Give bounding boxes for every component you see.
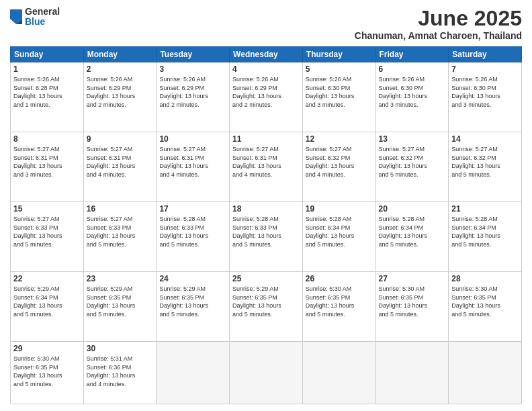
day-number: 8 (13, 134, 81, 144)
calendar-cell: 19Sunrise: 5:28 AMSunset: 6:34 PMDayligh… (302, 202, 375, 272)
calendar-header-friday: Friday (375, 47, 449, 62)
calendar-cell: 29Sunrise: 5:30 AMSunset: 6:35 PMDayligh… (11, 341, 84, 404)
calendar-cell: 23Sunrise: 5:29 AMSunset: 6:35 PMDayligh… (83, 272, 157, 342)
day-number: 28 (451, 274, 519, 283)
day-number: 14 (451, 134, 519, 144)
day-info: Sunrise: 5:26 AMSunset: 6:30 PMDaylight:… (451, 75, 519, 109)
day-info: Sunrise: 5:29 AMSunset: 6:34 PMDaylight:… (13, 285, 81, 318)
day-info: Sunrise: 5:29 AMSunset: 6:35 PMDaylight:… (232, 285, 300, 318)
day-info: Sunrise: 5:26 AMSunset: 6:30 PMDaylight:… (379, 75, 446, 109)
calendar-cell: 6Sunrise: 5:26 AMSunset: 6:30 PMDaylight… (375, 62, 449, 132)
day-number: 7 (451, 64, 519, 74)
calendar-cell: 27Sunrise: 5:30 AMSunset: 6:35 PMDayligh… (375, 272, 449, 342)
page: General Blue June 2025 Chanuman, Amnat C… (0, 0, 532, 411)
day-info: Sunrise: 5:28 AMSunset: 6:34 PMDaylight:… (306, 215, 373, 248)
day-info: Sunrise: 5:29 AMSunset: 6:35 PMDaylight:… (159, 285, 226, 318)
calendar-header-saturday: Saturday (449, 47, 522, 62)
calendar-cell: 22Sunrise: 5:29 AMSunset: 6:34 PMDayligh… (11, 272, 84, 342)
logo-blue: Blue (25, 17, 60, 27)
calendar-cell: 4Sunrise: 5:26 AMSunset: 6:29 PMDaylight… (230, 62, 303, 132)
day-number: 9 (87, 134, 154, 144)
calendar-week-1: 1Sunrise: 5:26 AMSunset: 6:28 PMDaylight… (11, 62, 522, 132)
calendar-cell: 3Sunrise: 5:26 AMSunset: 6:29 PMDaylight… (157, 62, 230, 132)
calendar-header-row: SundayMondayTuesdayWednesdayThursdayFrid… (11, 47, 522, 62)
logo-text: General Blue (25, 7, 60, 28)
title-block: June 2025 Chanuman, Amnat Charoen, Thail… (355, 7, 522, 41)
day-info: Sunrise: 5:27 AMSunset: 6:31 PMDaylight:… (13, 145, 81, 179)
location: Chanuman, Amnat Charoen, Thailand (355, 30, 522, 41)
day-info: Sunrise: 5:30 AMSunset: 6:35 PMDaylight:… (306, 285, 373, 318)
day-info: Sunrise: 5:27 AMSunset: 6:31 PMDaylight:… (159, 145, 226, 179)
day-info: Sunrise: 5:26 AMSunset: 6:29 PMDaylight:… (232, 75, 300, 109)
calendar-cell: 13Sunrise: 5:27 AMSunset: 6:32 PMDayligh… (375, 132, 449, 202)
month-title: June 2025 (355, 7, 522, 30)
day-number: 2 (87, 64, 154, 74)
calendar-cell: 18Sunrise: 5:28 AMSunset: 6:33 PMDayligh… (230, 202, 303, 272)
day-number: 26 (306, 274, 373, 283)
calendar-cell (230, 341, 303, 404)
logo-general: General (25, 7, 60, 17)
calendar-cell: 17Sunrise: 5:28 AMSunset: 6:33 PMDayligh… (157, 202, 230, 272)
day-info: Sunrise: 5:30 AMSunset: 6:35 PMDaylight:… (13, 355, 81, 388)
day-info: Sunrise: 5:26 AMSunset: 6:29 PMDaylight:… (159, 75, 226, 109)
calendar-cell (302, 341, 375, 404)
day-number: 18 (232, 204, 300, 214)
calendar-week-2: 8Sunrise: 5:27 AMSunset: 6:31 PMDaylight… (11, 132, 522, 202)
day-number: 27 (379, 274, 446, 283)
day-info: Sunrise: 5:28 AMSunset: 6:33 PMDaylight:… (159, 215, 226, 248)
day-info: Sunrise: 5:31 AMSunset: 6:36 PMDaylight:… (87, 355, 154, 388)
day-number: 19 (306, 204, 373, 214)
day-info: Sunrise: 5:27 AMSunset: 6:33 PMDaylight:… (87, 215, 154, 248)
calendar-header-monday: Monday (83, 47, 157, 62)
day-info: Sunrise: 5:30 AMSunset: 6:35 PMDaylight:… (451, 285, 519, 318)
day-number: 20 (379, 204, 446, 214)
day-number: 30 (87, 344, 154, 353)
day-info: Sunrise: 5:26 AMSunset: 6:29 PMDaylight:… (87, 75, 154, 109)
day-number: 16 (87, 204, 154, 214)
day-info: Sunrise: 5:28 AMSunset: 6:34 PMDaylight:… (379, 215, 446, 248)
calendar-header-sunday: Sunday (11, 47, 84, 62)
calendar-cell: 24Sunrise: 5:29 AMSunset: 6:35 PMDayligh… (157, 272, 230, 342)
calendar-cell: 7Sunrise: 5:26 AMSunset: 6:30 PMDaylight… (449, 62, 522, 132)
calendar-cell: 12Sunrise: 5:27 AMSunset: 6:32 PMDayligh… (302, 132, 375, 202)
calendar-week-5: 29Sunrise: 5:30 AMSunset: 6:35 PMDayligh… (11, 341, 522, 404)
day-info: Sunrise: 5:27 AMSunset: 6:32 PMDaylight:… (379, 145, 446, 179)
day-info: Sunrise: 5:27 AMSunset: 6:31 PMDaylight:… (232, 145, 300, 179)
day-number: 1 (13, 64, 81, 74)
day-info: Sunrise: 5:27 AMSunset: 6:33 PMDaylight:… (13, 215, 81, 248)
calendar-header-thursday: Thursday (302, 47, 375, 62)
calendar-cell: 16Sunrise: 5:27 AMSunset: 6:33 PMDayligh… (83, 202, 157, 272)
day-number: 11 (232, 134, 300, 144)
day-info: Sunrise: 5:28 AMSunset: 6:33 PMDaylight:… (232, 215, 300, 248)
day-number: 25 (232, 274, 300, 283)
calendar-cell: 11Sunrise: 5:27 AMSunset: 6:31 PMDayligh… (230, 132, 303, 202)
day-number: 22 (13, 274, 81, 283)
day-number: 17 (159, 204, 226, 214)
calendar-cell: 2Sunrise: 5:26 AMSunset: 6:29 PMDaylight… (83, 62, 157, 132)
day-info: Sunrise: 5:27 AMSunset: 6:31 PMDaylight:… (87, 145, 154, 179)
day-number: 12 (306, 134, 373, 144)
day-number: 29 (13, 344, 81, 353)
day-info: Sunrise: 5:26 AMSunset: 6:30 PMDaylight:… (306, 75, 373, 109)
calendar-cell: 15Sunrise: 5:27 AMSunset: 6:33 PMDayligh… (11, 202, 84, 272)
header: General Blue June 2025 Chanuman, Amnat C… (10, 7, 522, 41)
calendar-cell (157, 341, 230, 404)
calendar-cell (375, 341, 449, 404)
logo: General Blue (10, 7, 60, 28)
day-info: Sunrise: 5:30 AMSunset: 6:35 PMDaylight:… (379, 285, 446, 318)
calendar-table: SundayMondayTuesdayWednesdayThursdayFrid… (10, 46, 522, 404)
calendar-cell: 8Sunrise: 5:27 AMSunset: 6:31 PMDaylight… (11, 132, 84, 202)
day-info: Sunrise: 5:27 AMSunset: 6:32 PMDaylight:… (306, 145, 373, 179)
day-number: 3 (159, 64, 226, 74)
calendar-cell: 28Sunrise: 5:30 AMSunset: 6:35 PMDayligh… (449, 272, 522, 342)
day-number: 6 (379, 64, 446, 74)
day-number: 21 (451, 204, 519, 214)
calendar-cell: 21Sunrise: 5:28 AMSunset: 6:34 PMDayligh… (449, 202, 522, 272)
calendar-cell: 30Sunrise: 5:31 AMSunset: 6:36 PMDayligh… (83, 341, 157, 404)
day-info: Sunrise: 5:29 AMSunset: 6:35 PMDaylight:… (87, 285, 154, 318)
calendar-cell: 26Sunrise: 5:30 AMSunset: 6:35 PMDayligh… (302, 272, 375, 342)
calendar-cell: 25Sunrise: 5:29 AMSunset: 6:35 PMDayligh… (230, 272, 303, 342)
calendar-header-wednesday: Wednesday (230, 47, 303, 62)
day-number: 10 (159, 134, 226, 144)
calendar-week-3: 15Sunrise: 5:27 AMSunset: 6:33 PMDayligh… (11, 202, 522, 272)
